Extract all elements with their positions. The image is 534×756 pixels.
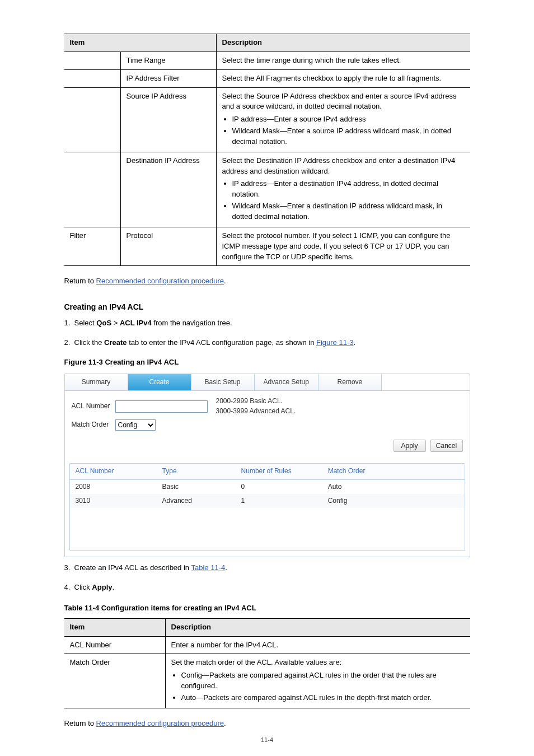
table-row: Source IP Address Select the Source IP A…: [64, 87, 470, 152]
t113-item: Destination IP Address: [120, 152, 216, 227]
tab-summary[interactable]: Summary: [65, 374, 128, 390]
t113-item-main: Filter: [64, 227, 121, 266]
table-row: Filter Protocol Select the protocol numb…: [64, 227, 470, 266]
t114-item: ACL Number: [64, 636, 166, 654]
table-row[interactable]: 2008 Basic 0 Auto: [70, 479, 465, 494]
t113-head-item: Item: [64, 34, 217, 52]
t113-item: IP Address Filter: [120, 69, 216, 87]
step-4: 4. Click Apply.: [64, 582, 470, 593]
t113-desc: Select the time range during which the r…: [216, 52, 470, 69]
t114-desc: Enter a number for the IPv4 ACL.: [165, 636, 470, 654]
tab-bar: Summary Create Basic Setup Advance Setup…: [65, 374, 470, 391]
tab-create[interactable]: Create: [128, 374, 191, 390]
table-11-4-label: Table 11-4 Configuration items for creat…: [64, 603, 470, 614]
col-type[interactable]: Type: [157, 464, 236, 479]
match-order-label: Match Order: [72, 420, 112, 430]
t113-head-desc: Description: [216, 34, 470, 52]
step-1: 1. Select QoS > ACL IPv4 from the naviga…: [64, 318, 470, 329]
t113-item: Source IP Address: [120, 87, 216, 152]
t113-desc: Select the protocol number. If you selec…: [216, 227, 470, 266]
t113-desc: Select the Destination IP Address checkb…: [216, 152, 470, 227]
tab-remove[interactable]: Remove: [318, 374, 382, 390]
t113-item: Time Range: [120, 52, 216, 69]
t114-head-desc: Description: [165, 618, 470, 636]
t114-head-item: Item: [64, 618, 166, 636]
table-11-4: Item Description ACL Number Enter a numb…: [64, 618, 470, 708]
tab-advance-setup[interactable]: Advance Setup: [255, 374, 318, 390]
page-number: 11-4: [0, 736, 534, 745]
t113-body: Time Range Select the time range during …: [64, 52, 470, 266]
section-heading: Creating an IPv4 ACL: [64, 301, 470, 312]
t113-desc: Select the Source IP Address checkbox an…: [216, 87, 470, 152]
acl-number-input[interactable]: [115, 400, 208, 413]
step-2: 2. Click the Create tab to enter the IPv…: [64, 338, 470, 348]
figure-ref-link[interactable]: Figure 11-3: [316, 338, 353, 347]
acl-number-label: ACL Number: [72, 402, 112, 411]
table-row: Match Order Set the match order of the A…: [64, 654, 470, 708]
cancel-button[interactable]: Cancel: [430, 440, 463, 452]
col-num-rules[interactable]: Number of Rules: [236, 464, 322, 479]
t114-desc: Set the match order of the ACL. Availabl…: [165, 654, 470, 708]
return-link-para: Return to Recommended configuration proc…: [64, 276, 470, 287]
acl-number-hint: 2000-2999 Basic ACL. 3000-3999 Advanced …: [216, 396, 463, 416]
figure-11-3-screenshot: Summary Create Basic Setup Advance Setup…: [64, 374, 470, 557]
acl-list-panel: ACL Number Type Number of Rules Match Or…: [69, 463, 465, 551]
t113-item: Protocol: [120, 227, 216, 266]
table-row: IP Address Filter Select the All Fragmen…: [64, 69, 470, 87]
match-order-select[interactable]: Config: [115, 419, 156, 431]
tab-basic-setup[interactable]: Basic Setup: [191, 374, 255, 390]
form-button-row: Apply Cancel: [65, 436, 470, 458]
apply-button[interactable]: Apply: [394, 440, 426, 452]
t113-desc: Select the All Fragments checkbox to app…: [216, 69, 470, 87]
table-row: Time Range Select the time range during …: [64, 52, 470, 69]
recommended-procedure-link[interactable]: Recommended configuration procedure: [96, 277, 224, 285]
col-match-order[interactable]: Match Order: [322, 464, 465, 479]
recommended-procedure-link-2[interactable]: Recommended configuration procedure: [96, 719, 224, 727]
col-acl-number[interactable]: ACL Number: [70, 464, 157, 479]
t114-item: Match Order: [64, 654, 166, 708]
create-form: ACL Number 2000-2999 Basic ACL. 3000-399…: [65, 391, 470, 436]
table-row: Destination IP Address Select the Destin…: [64, 152, 470, 227]
acl-list-table: ACL Number Type Number of Rules Match Or…: [70, 464, 465, 508]
table-row: ACL Number Enter a number for the IPv4 A…: [64, 636, 470, 654]
return-link-para-2: Return to Recommended configuration proc…: [64, 718, 470, 729]
table-ref-link[interactable]: Table 11-4: [191, 563, 225, 572]
table-11-3: Item Description Time Range Select the t…: [64, 34, 470, 266]
table-row[interactable]: 3010 Advanced 1 Config: [70, 494, 465, 508]
figure-label: Figure 11-3 Creating an IPv4 ACL: [64, 357, 470, 368]
step-3: 3. Create an IPv4 ACL as described in Ta…: [64, 563, 470, 573]
